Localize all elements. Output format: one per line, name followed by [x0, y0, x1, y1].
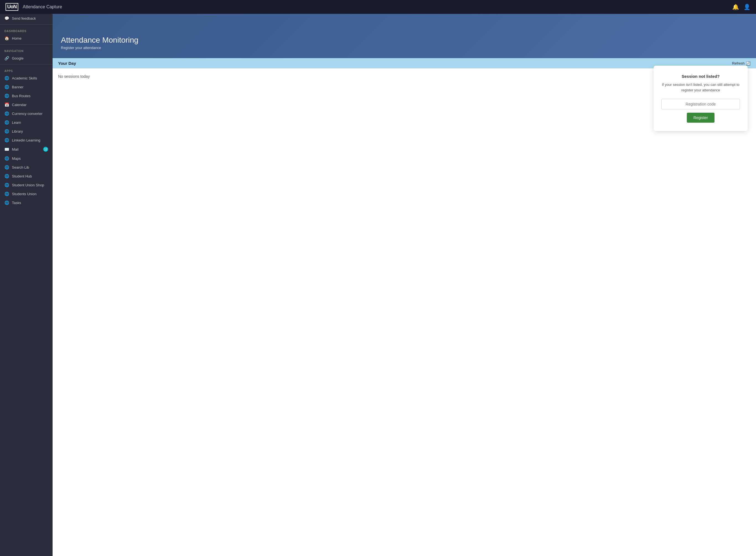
refresh-button[interactable]: Refresh 🔄	[732, 61, 751, 66]
google-label: Google	[12, 56, 24, 60]
sidebar-item-linkedin-learning[interactable]: 🌐 Linkedin Learning	[0, 136, 52, 144]
home-label: Home	[12, 36, 22, 40]
header-left: UoN Attendance Capture	[5, 3, 62, 11]
profile-icon[interactable]: 👤	[744, 4, 751, 10]
linkedin-learning-label: Linkedin Learning	[12, 138, 40, 142]
sidebar-item-mail[interactable]: ✉️ Mail 12	[0, 144, 52, 154]
mail-icon: ✉️	[4, 147, 9, 151]
academic-skills-label: Academic Skills	[12, 76, 37, 80]
sidebar-item-maps[interactable]: 🌐 Maps	[0, 154, 52, 163]
sidebar-item-currency-converter[interactable]: 🌐 Currency converter	[0, 109, 52, 118]
page-header: Attendance Monitoring Register your atte…	[52, 14, 756, 58]
page-title: Attendance Monitoring	[61, 36, 748, 44]
registration-code-input[interactable]	[662, 99, 740, 109]
search-lib-label: Search Lib	[12, 165, 29, 169]
sidebar: 💬 Send feedback DASHBOARDS 🏠 Home NAVIGA…	[0, 14, 52, 556]
notification-icon[interactable]: 🔔	[732, 4, 739, 10]
students-union-label: Students Union	[12, 192, 37, 196]
search-lib-icon: 🌐	[4, 165, 9, 169]
your-day-title: Your Day	[58, 61, 76, 66]
google-icon: 🔗	[4, 56, 9, 60]
learn-icon: 🌐	[4, 120, 9, 125]
no-sessions-label: No sessions today	[58, 74, 90, 79]
maps-label: Maps	[12, 157, 21, 161]
student-hub-label: Student Hub	[12, 174, 32, 178]
modal-title: Session not listed?	[662, 74, 740, 79]
students-union-icon: 🌐	[4, 192, 9, 196]
student-union-shop-label: Student Union Shop	[12, 183, 44, 187]
sidebar-item-bus-routes[interactable]: 🌐 Bus Routes	[0, 91, 52, 100]
main-content: Attendance Monitoring Register your atte…	[52, 14, 756, 556]
academic-skills-icon: 🌐	[4, 76, 9, 80]
header-title: Attendance Capture	[23, 4, 62, 9]
sidebar-item-calendar[interactable]: 📅 Calendar	[0, 100, 52, 109]
maps-icon: 🌐	[4, 156, 9, 161]
navigation-section-label: NAVIGATION	[0, 46, 52, 54]
register-button[interactable]: Register	[687, 113, 715, 123]
your-day-bar: Your Day Refresh 🔄	[52, 58, 756, 68]
header-icons: 🔔 👤	[732, 4, 751, 10]
currency-converter-icon: 🌐	[4, 111, 9, 116]
bus-routes-label: Bus Routes	[12, 94, 31, 98]
sidebar-item-feedback[interactable]: 💬 Send feedback	[0, 14, 52, 23]
sidebar-item-academic-skills[interactable]: 🌐 Academic Skills	[0, 74, 52, 82]
home-icon: 🏠	[4, 36, 9, 40]
page-subtitle: Register your attendance	[61, 46, 748, 50]
feedback-icon: 💬	[4, 16, 9, 21]
logo: UoN	[5, 3, 18, 11]
apps-section-label: APPS	[0, 66, 52, 74]
layout: 💬 Send feedback DASHBOARDS 🏠 Home NAVIGA…	[0, 14, 756, 556]
library-icon: 🌐	[4, 129, 9, 134]
sidebar-item-tasks[interactable]: 🌐 Tasks	[0, 198, 52, 207]
modal-description: If your session isn't listed, you can st…	[662, 82, 740, 93]
student-hub-icon: 🌐	[4, 174, 9, 178]
sessions-area: No sessions today Session not listed? If…	[52, 68, 756, 556]
divider-1	[0, 24, 52, 25]
mail-label: Mail	[12, 147, 18, 151]
tasks-label: Tasks	[12, 201, 21, 205]
feedback-label: Send feedback	[12, 16, 36, 21]
currency-converter-label: Currency converter	[12, 112, 43, 116]
sidebar-item-google[interactable]: 🔗 Google	[0, 54, 52, 63]
sidebar-item-banner[interactable]: 🌐 Banner	[0, 82, 52, 91]
banner-label: Banner	[12, 85, 24, 89]
library-label: Library	[12, 129, 23, 134]
refresh-icon: 🔄	[746, 61, 751, 66]
refresh-label: Refresh	[732, 61, 745, 65]
banner-icon: 🌐	[4, 85, 9, 89]
sidebar-item-library[interactable]: 🌐 Library	[0, 127, 52, 136]
sidebar-item-search-lib[interactable]: 🌐 Search Lib	[0, 163, 52, 172]
student-union-shop-icon: 🌐	[4, 183, 9, 187]
sidebar-item-home[interactable]: 🏠 Home	[0, 34, 52, 43]
linkedin-learning-icon: 🌐	[4, 138, 9, 142]
calendar-label: Calendar	[12, 103, 27, 107]
calendar-icon: 📅	[4, 102, 9, 107]
session-not-listed-card: Session not listed? If your session isn'…	[654, 66, 748, 131]
bus-routes-icon: 🌐	[4, 94, 9, 98]
top-header: UoN Attendance Capture 🔔 👤	[0, 0, 756, 14]
mail-badge: 12	[43, 147, 48, 152]
dashboards-section-label: DASHBOARDS	[0, 26, 52, 34]
sidebar-item-students-union[interactable]: 🌐 Students Union	[0, 189, 52, 198]
learn-label: Learn	[12, 120, 21, 125]
divider-3	[0, 64, 52, 65]
tasks-icon: 🌐	[4, 201, 9, 205]
sidebar-item-student-union-shop[interactable]: 🌐 Student Union Shop	[0, 180, 52, 189]
sidebar-item-learn[interactable]: 🌐 Learn	[0, 118, 52, 127]
sidebar-item-student-hub[interactable]: 🌐 Student Hub	[0, 172, 52, 180]
